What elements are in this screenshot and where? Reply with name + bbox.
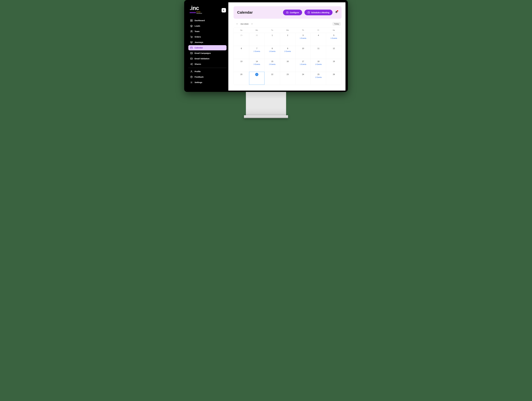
sidebar-item-team[interactable]: Team bbox=[188, 29, 227, 34]
nav-item-label: Leads bbox=[195, 25, 200, 27]
nav-item-label: Email Campaigns bbox=[195, 52, 211, 54]
weekday-header: Th bbox=[295, 28, 311, 33]
settings-icon bbox=[190, 81, 193, 84]
team-icon bbox=[190, 30, 193, 33]
day-number: 25 bbox=[317, 73, 320, 76]
sidebar-item-email-campaigns[interactable]: Email Campaigns bbox=[188, 51, 227, 56]
day-number: 1 bbox=[271, 34, 274, 37]
calendar-controls: Oct 2024 Today bbox=[234, 19, 342, 28]
brand-logo: .inc knows Insurance bbox=[190, 6, 202, 14]
day-number: 30 bbox=[255, 34, 258, 37]
brand-bars-icon bbox=[190, 12, 196, 13]
day-number: 7 bbox=[255, 47, 258, 50]
calendar-grid: SuMoTuWeThFrSa 29301231 Events451 Events… bbox=[234, 28, 342, 85]
help-icon bbox=[190, 76, 193, 78]
sidebar-item-shares[interactable]: Shares bbox=[188, 62, 227, 67]
calendar-day-cell[interactable]: 81 Events bbox=[265, 46, 280, 59]
calendar-day-cell[interactable]: 1 bbox=[265, 33, 280, 46]
svg-rect-1 bbox=[192, 19, 192, 20]
calendar-day-cell[interactable]: 251 Events bbox=[311, 72, 326, 85]
day-number: 2 bbox=[286, 34, 289, 37]
weekday-header: Fr bbox=[311, 28, 326, 33]
events-link[interactable]: 1 Events bbox=[327, 37, 340, 39]
day-number: 19 bbox=[332, 60, 335, 63]
events-link[interactable]: 1 Events bbox=[312, 63, 325, 65]
share-icon bbox=[190, 63, 193, 65]
calendar-day-cell[interactable]: 24 bbox=[295, 72, 311, 85]
calendar-day-cell[interactable]: 6 bbox=[234, 46, 249, 59]
sidebar-item-dashboard[interactable]: Dashboard bbox=[188, 18, 227, 23]
svg-point-4 bbox=[191, 31, 192, 31]
calendar-day-cell[interactable]: 72 Events bbox=[249, 46, 265, 59]
events-link[interactable]: 1 Events bbox=[266, 50, 279, 52]
svg-rect-0 bbox=[190, 19, 191, 20]
svg-point-6 bbox=[191, 37, 191, 38]
day-number: 26 bbox=[332, 73, 335, 76]
calendar-day-cell[interactable]: 143 Events bbox=[249, 59, 265, 72]
sidebar-item-email-validation[interactable]: Email Validation bbox=[188, 56, 227, 61]
events-link[interactable]: 1 Events bbox=[297, 37, 309, 39]
calendar-day-cell[interactable]: 21 bbox=[249, 72, 265, 85]
calendar-day-cell[interactable]: 30 bbox=[249, 33, 265, 46]
calendar-day-cell[interactable]: 23 bbox=[280, 72, 295, 85]
sidebar-item-feedback[interactable]: Feedback bbox=[188, 74, 227, 80]
calendar-plus-icon bbox=[286, 11, 288, 14]
main-nav: DashboardLeadsTeamOrdersJourneysCalendar… bbox=[188, 18, 227, 67]
main-content: Calendar Configure Schedule a Meeting bbox=[228, 2, 346, 91]
calendar-day-cell[interactable]: 51 Events bbox=[326, 33, 342, 46]
calendar-day-cell[interactable]: 22 bbox=[265, 72, 280, 85]
day-number: 16 bbox=[286, 60, 289, 63]
sidebar: .inc knows Insurance DashboardLea bbox=[186, 2, 228, 91]
weekday-header: Su bbox=[234, 28, 249, 33]
sidebar-item-journeys[interactable]: Journeys bbox=[188, 40, 227, 45]
day-number: 4 bbox=[317, 34, 320, 37]
sidebar-item-orders[interactable]: Orders bbox=[188, 34, 227, 39]
user-icon bbox=[190, 70, 193, 73]
calendar-day-cell[interactable]: 152 Events bbox=[265, 59, 280, 72]
calendar-day-cell[interactable]: 92 Events bbox=[280, 46, 295, 59]
calendar-day-cell[interactable]: 11 bbox=[311, 46, 326, 59]
cart-icon bbox=[190, 36, 193, 38]
calendar-day-cell[interactable]: 29 bbox=[234, 33, 249, 46]
day-number: 6 bbox=[240, 47, 243, 50]
sidebar-collapse-button[interactable] bbox=[222, 8, 226, 12]
calendar-day-cell[interactable]: 20 bbox=[234, 72, 249, 85]
calendar-day-cell[interactable]: 31 Events bbox=[295, 33, 311, 46]
account-nav: ProfileFeedbackSettings bbox=[188, 69, 227, 85]
sidebar-item-settings[interactable]: Settings bbox=[188, 80, 227, 85]
configure-button[interactable]: Configure bbox=[283, 10, 302, 15]
calendar-day-cell[interactable]: 13 bbox=[234, 59, 249, 72]
events-link[interactable]: 2 Events bbox=[266, 63, 279, 65]
sidebar-item-calendar[interactable]: Calendar bbox=[188, 45, 227, 50]
events-link[interactable]: 3 Events bbox=[251, 63, 263, 65]
calendar-day-cell[interactable]: 2 bbox=[280, 33, 295, 46]
calendar-day-cell[interactable]: 171 Events bbox=[295, 59, 311, 72]
calendar-icon bbox=[308, 11, 310, 14]
day-number: 5 bbox=[332, 34, 335, 37]
events-link[interactable]: 2 Events bbox=[251, 50, 263, 52]
sidebar-item-profile[interactable]: Profile bbox=[188, 69, 227, 74]
events-link[interactable]: 1 Events bbox=[297, 63, 309, 65]
day-number: 20 bbox=[240, 73, 243, 76]
calendar-day-cell[interactable]: 26 bbox=[326, 72, 342, 85]
next-month-button[interactable] bbox=[251, 23, 253, 25]
svg-rect-20 bbox=[308, 12, 310, 13]
chevron-right-icon bbox=[251, 23, 253, 25]
svg-rect-3 bbox=[192, 21, 192, 21]
notifications-button[interactable] bbox=[335, 11, 338, 14]
events-link[interactable]: 1 Events bbox=[312, 76, 325, 78]
calendar-day-cell[interactable]: 10 bbox=[295, 46, 311, 59]
prev-month-button[interactable] bbox=[236, 23, 238, 25]
calendar-day-cell[interactable]: 4 bbox=[311, 33, 326, 46]
calendar-day-cell[interactable]: 19 bbox=[326, 59, 342, 72]
layers-icon bbox=[190, 25, 193, 27]
chevron-left-bar-icon bbox=[223, 9, 225, 12]
weekday-header: Mo bbox=[249, 28, 265, 33]
calendar-day-cell[interactable]: 181 Events bbox=[311, 59, 326, 72]
calendar-day-cell[interactable]: 12 bbox=[326, 46, 342, 59]
calendar-day-cell[interactable]: 16 bbox=[280, 59, 295, 72]
sidebar-item-leads[interactable]: Leads bbox=[188, 23, 227, 29]
events-link[interactable]: 2 Events bbox=[281, 50, 294, 52]
schedule-meeting-button[interactable]: Schedule a Meeting bbox=[304, 10, 332, 15]
today-button[interactable]: Today bbox=[332, 22, 341, 26]
